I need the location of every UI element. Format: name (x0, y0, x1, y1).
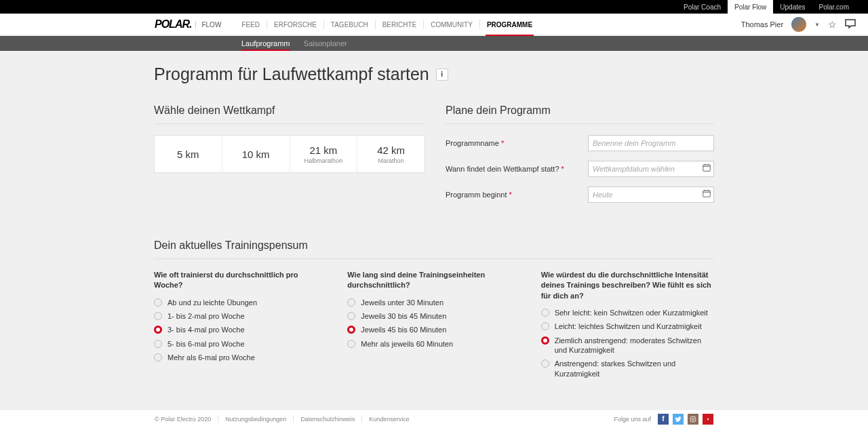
radio-option[interactable]: 3- bis 4-mal pro Woche (154, 325, 327, 334)
twitter-icon[interactable] (673, 414, 684, 425)
topbar-link[interactable]: Polar Coach (677, 0, 728, 14)
radio-option[interactable]: Ab und zu leichte Übungen (154, 298, 327, 307)
radio-icon (347, 340, 355, 348)
page-content: Programm für Laufwettkampf starten i Wäh… (154, 51, 714, 428)
form-label: Programm beginnt * (446, 191, 588, 199)
logo[interactable]: POLAR. (155, 18, 191, 31)
radio-label: 1- bis 2-mal pro Woche (167, 311, 245, 321)
distance-value: 5 km (177, 149, 199, 160)
topbar-link[interactable]: Polar.com (812, 0, 856, 14)
footer: © Polar Electro 2020NutzungsbedingungenD… (0, 409, 868, 428)
training-group: Wie oft trainierst du durchschnittlich p… (154, 270, 327, 383)
footer-link[interactable]: Nutzungsbedingungen (218, 416, 294, 423)
footer-right: Folge uns auf f (614, 414, 713, 425)
subbar-link[interactable]: Saisonplaner (304, 36, 347, 51)
nav-link[interactable]: PROGRAMME (480, 20, 539, 29)
radio-label: Jeweils 45 bis 60 Minuten (361, 325, 446, 334)
footer-link[interactable]: Datenschutzhinweis (294, 416, 362, 423)
svg-rect-8 (690, 416, 696, 422)
radio-option[interactable]: Sehr leicht: kein Schwitzen oder Kurzatm… (541, 308, 714, 317)
distance-sub: Halbmarathon (304, 157, 343, 164)
radio-option[interactable]: 5- bis 6-mal pro Woche (154, 339, 327, 349)
text-input[interactable] (588, 161, 714, 177)
training-question: Wie würdest du die durchschnittliche Int… (541, 270, 714, 301)
username[interactable]: Thomas Pier (741, 20, 783, 28)
radio-icon (154, 353, 162, 362)
radio-icon (154, 298, 162, 307)
follow-label: Folge uns auf (614, 416, 651, 423)
footer-link[interactable]: Kundenservice (362, 416, 416, 423)
training-question: Wie lang sind deine Trainingseinheiten d… (347, 270, 520, 291)
radio-label: 3- bis 4-mal pro Woche (167, 325, 245, 334)
radio-label: Mehr als jeweils 60 Minuten (361, 339, 453, 349)
radio-option[interactable]: Mehr als jeweils 60 Minuten (347, 339, 520, 349)
footer-left: © Polar Electro 2020NutzungsbedingungenD… (155, 416, 416, 423)
distance-option[interactable]: 10 km (222, 136, 290, 172)
dropdown-caret-icon[interactable]: ▼ (814, 22, 820, 28)
distance-option[interactable]: 42 kmMarathon (357, 136, 425, 172)
radio-icon (154, 340, 162, 348)
radio-label: Sehr leicht: kein Schwitzen oder Kurzatm… (555, 308, 708, 317)
radio-option[interactable]: Mehr als 6-mal pro Woche (154, 353, 327, 362)
form-label: Wann findet dein Wettkampf statt? * (446, 165, 588, 173)
radio-option[interactable]: Jeweils 45 bis 60 Minuten (347, 325, 520, 334)
info-icon[interactable]: i (436, 69, 448, 81)
radio-icon (541, 309, 549, 317)
radio-option[interactable]: Anstrengend: starkes Schwitzen und Kurza… (541, 359, 714, 378)
instagram-icon[interactable] (688, 414, 698, 425)
training-group: Wie würdest du die durchschnittliche Int… (541, 270, 714, 383)
training-columns: Wie oft trainierst du durchschnittlich p… (154, 270, 714, 383)
copyright: © Polar Electro 2020 (155, 416, 218, 423)
star-icon[interactable]: ☆ (828, 19, 837, 30)
text-input[interactable] (588, 135, 714, 151)
radio-option[interactable]: Jeweils unter 30 Minuten (347, 298, 520, 307)
radio-label: Jeweils 30 bis 45 Minuten (361, 311, 446, 321)
topbar-link[interactable]: Updates (773, 0, 812, 14)
form-label: Programmname * (446, 139, 588, 147)
radio-option[interactable]: Leicht: leichtes Schwitzen und Kurzatmig… (541, 322, 714, 331)
header: POLAR. FLOW FEEDERFORSCHETAGEBUCHBERICHT… (0, 14, 868, 36)
radio-label: Anstrengend: starkes Schwitzen und Kurza… (555, 359, 714, 378)
radio-icon (541, 322, 549, 330)
form-row: Programm beginnt * (446, 187, 714, 203)
form-row: Wann findet dein Wettkampf statt? * (446, 161, 714, 177)
plan-program-form: Programmname *Wann findet dein Wettkampf… (446, 135, 714, 203)
radio-icon (347, 326, 355, 334)
topbar-link[interactable]: Polar Flow (728, 0, 773, 14)
radio-option[interactable]: Jeweils 30 bis 45 Minuten (347, 311, 520, 321)
radio-label: Ziemlich anstrengend: moderates Schwitze… (555, 336, 714, 355)
messages-icon[interactable] (845, 19, 856, 31)
nav-link[interactable]: BERICHTE (376, 20, 425, 29)
page-title-text: Programm für Laufwettkampf starten (154, 64, 429, 84)
nav-link[interactable]: ERFORSCHE (267, 20, 324, 29)
nav-link[interactable]: TAGEBUCH (324, 20, 376, 29)
radio-label: Mehr als 6-mal pro Woche (167, 353, 255, 362)
radio-icon (347, 298, 355, 307)
subbar-link[interactable]: Laufprogramm (241, 36, 290, 51)
distance-value: 10 km (242, 149, 270, 160)
radio-option[interactable]: Ziemlich anstrengend: moderates Schwitze… (541, 336, 714, 355)
text-input[interactable] (588, 187, 714, 203)
subbar: LaufprogrammSaisonplaner (0, 36, 868, 51)
radio-icon (154, 326, 162, 334)
avatar[interactable] (791, 17, 806, 32)
distance-option[interactable]: 5 km (155, 136, 222, 172)
user-area: Thomas Pier ▼ ☆ (741, 17, 856, 32)
radio-icon (154, 312, 162, 320)
flow-label: FLOW (195, 21, 221, 28)
radio-option[interactable]: 1- bis 2-mal pro Woche (154, 311, 327, 321)
distance-value: 42 km (377, 144, 405, 156)
radio-label: Jeweils unter 30 Minuten (361, 298, 443, 307)
form-row: Programmname * (446, 135, 714, 151)
radio-icon (347, 312, 355, 320)
facebook-icon[interactable]: f (658, 414, 669, 425)
nav-link[interactable]: COMMUNITY (424, 20, 480, 29)
main-nav: FEEDERFORSCHETAGEBUCHBERICHTECOMMUNITYPR… (235, 20, 539, 29)
youtube-icon[interactable] (703, 414, 713, 425)
topbar: Polar CoachPolar FlowUpdatesPolar.com (0, 0, 868, 14)
radio-label: Leicht: leichtes Schwitzen und Kurzatmig… (555, 322, 702, 331)
distance-option[interactable]: 21 kmHalbmarathon (290, 136, 358, 172)
choose-event-heading: Wähle deinen Wettkampf (154, 104, 425, 124)
page-title: Programm für Laufwettkampf starten i (154, 64, 714, 84)
nav-link[interactable]: FEED (235, 20, 267, 29)
